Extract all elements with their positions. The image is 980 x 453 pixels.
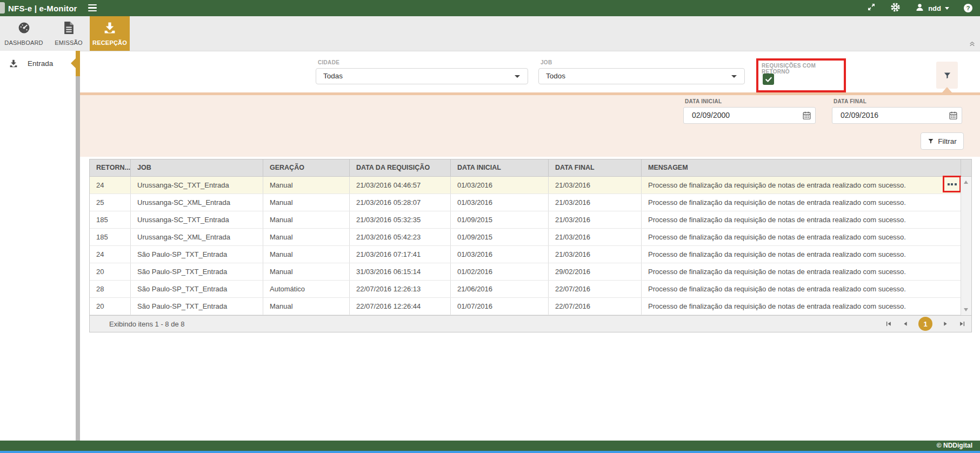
table-cell: Manual — [263, 298, 349, 315]
user-name: ndd — [928, 4, 941, 12]
table-row[interactable]: 20São Paulo-SP_TXT_EntradaManual31/03/20… — [90, 263, 971, 281]
user-icon — [915, 3, 924, 14]
column-header[interactable]: RETORN... — [90, 159, 130, 176]
tab-emissao[interactable]: EMISSÃO — [48, 16, 90, 51]
copyright-text: © NDDigital — [937, 441, 972, 451]
footer-bar: © NDDigital — [0, 441, 980, 451]
annotation-box-retorno: REQUISIÇÕES COM RETORNO — [756, 58, 846, 92]
gears-icon[interactable] — [890, 2, 901, 15]
table-row[interactable]: 185Urussanga-SC_TXT_EntradaManual21/03/2… — [90, 211, 971, 229]
table-cell: Manual — [263, 194, 349, 211]
main-toolbar: DASHBOARD EMISSÃO RECEPÇÃO — [0, 16, 980, 51]
tab-label: EMISSÃO — [55, 39, 83, 46]
previous-page-button[interactable] — [902, 320, 909, 328]
inbox-download-icon — [9, 59, 18, 68]
funnel-icon — [928, 138, 934, 144]
retorno-checkbox[interactable] — [763, 74, 774, 85]
calendar-icon[interactable] — [949, 111, 958, 122]
table-body: 24Urussanga-SC_TXT_EntradaManual21/03/20… — [90, 177, 971, 315]
filter-panel — [80, 95, 980, 157]
table-row[interactable]: 25Urussanga-SC_XML_EntradaManual21/03/20… — [90, 194, 971, 211]
table-cell: 01/02/2016 — [450, 263, 548, 280]
sidebar-item-label: Entrada — [28, 59, 53, 68]
table-row[interactable]: 24São Paulo-SP_TXT_EntradaManual21/03/20… — [90, 246, 971, 263]
table-cell: Processo de finalização da requisição de… — [641, 177, 961, 194]
cidade-value: Todas — [323, 69, 343, 84]
active-section-arrow — [71, 58, 76, 69]
tab-recepcao[interactable]: RECEPÇÃO — [90, 16, 130, 51]
document-icon — [63, 21, 75, 37]
table-row[interactable]: 20São Paulo-SP_TXT_EntradaManual22/07/20… — [90, 298, 971, 315]
calendar-icon[interactable] — [802, 111, 811, 122]
column-header[interactable]: DATA DA REQUISIÇÃO — [349, 159, 450, 176]
menu-icon[interactable] — [88, 4, 97, 13]
table-cell: 21/03/2016 — [548, 194, 641, 211]
last-page-button[interactable] — [958, 320, 966, 328]
sidebar-divider[interactable] — [76, 76, 80, 441]
table-cell: 01/03/2016 — [450, 177, 548, 194]
pagination-controls: 1 — [885, 316, 966, 332]
table-cell: 25 — [90, 194, 130, 211]
gauge-icon — [17, 21, 31, 37]
table-cell: Automático — [263, 281, 349, 297]
filtrar-label: Filtrar — [938, 137, 957, 145]
column-header[interactable]: GERAÇÃO — [263, 159, 349, 176]
collapse-toolbar-icon[interactable] — [969, 39, 976, 49]
first-page-button[interactable] — [885, 320, 892, 328]
scroll-up-icon[interactable] — [964, 181, 968, 184]
header-scrollbar-stub — [961, 159, 971, 176]
data-inicial-input[interactable]: 02/09/2000 — [683, 107, 816, 124]
table-scrollbar[interactable] — [961, 177, 971, 315]
app-title: NFS-e | e-Monitor — [8, 4, 77, 13]
table-cell: São Paulo-SP_TXT_Entrada — [130, 298, 263, 315]
scroll-down-icon[interactable] — [964, 308, 968, 311]
cidade-select[interactable]: Todas — [316, 68, 528, 84]
table-cell: 21/03/2016 — [548, 229, 641, 245]
table-cell: 01/07/2016 — [450, 298, 548, 315]
table-cell: Processo de finalização da requisição de… — [641, 246, 961, 263]
column-header[interactable]: DATA FINAL — [548, 159, 641, 176]
column-header[interactable]: MENSAGEM — [641, 159, 961, 176]
current-page-button[interactable]: 1 — [918, 317, 932, 331]
data-final-input[interactable]: 02/09/2016 — [832, 107, 962, 124]
next-page-button[interactable] — [942, 320, 949, 328]
filtrar-button[interactable]: Filtrar — [921, 132, 964, 150]
help-icon[interactable]: ? — [964, 4, 972, 12]
chevron-down-icon — [945, 7, 949, 10]
table-row[interactable]: 24Urussanga-SC_TXT_EntradaManual21/03/20… — [90, 177, 971, 194]
table-row[interactable]: 185Urussanga-SC_XML_EntradaManual21/03/2… — [90, 229, 971, 246]
table-row[interactable]: 28São Paulo-SP_TXT_EntradaAutomático22/0… — [90, 281, 971, 298]
cidade-label: CIDADE — [318, 59, 339, 65]
table-cell: 22/07/2016 — [548, 281, 641, 297]
table-cell: Processo de finalização da requisição de… — [641, 194, 961, 211]
job-label: JOB — [541, 59, 552, 65]
table-cell: Manual — [263, 211, 349, 228]
filter-panel-notch — [942, 87, 952, 92]
fullscreen-icon[interactable] — [867, 3, 876, 14]
column-header[interactable]: DATA INICIAL — [450, 159, 548, 176]
tab-dashboard[interactable]: DASHBOARD — [0, 16, 48, 51]
sidebar-item-entrada[interactable]: Entrada — [0, 51, 76, 76]
job-select[interactable]: Todos — [538, 68, 745, 84]
table-cell: Manual — [263, 263, 349, 280]
column-header[interactable]: JOB — [130, 159, 263, 176]
table-cell: Manual — [263, 246, 349, 263]
filter-panel-toggle-button[interactable] — [936, 62, 958, 89]
table-cell: 21/03/2016 — [548, 177, 641, 194]
table-cell: 21/03/2016 05:42:23 — [349, 229, 450, 245]
table-cell: 20 — [90, 298, 130, 315]
table-cell: 21/03/2016 05:32:35 — [349, 211, 450, 228]
table-cell: Urussanga-SC_XML_Entrada — [130, 194, 263, 211]
table-cell: 28 — [90, 281, 130, 297]
user-menu[interactable]: ndd — [915, 3, 949, 14]
table-cell: Urussanga-SC_XML_Entrada — [130, 229, 263, 245]
row-ellipsis-button[interactable] — [946, 181, 958, 188]
table-cell: 21/03/2016 — [548, 211, 641, 228]
check-icon — [765, 76, 772, 83]
top-bar: NFS-e | e-Monitor ndd ? — [0, 0, 980, 16]
table-cell: Manual — [263, 229, 349, 245]
tab-label: DASHBOARD — [4, 39, 43, 46]
table-cell: 185 — [90, 229, 130, 245]
table-cell: 22/07/2016 12:26:44 — [349, 298, 450, 315]
table-cell: 31/03/2016 06:15:14 — [349, 263, 450, 280]
